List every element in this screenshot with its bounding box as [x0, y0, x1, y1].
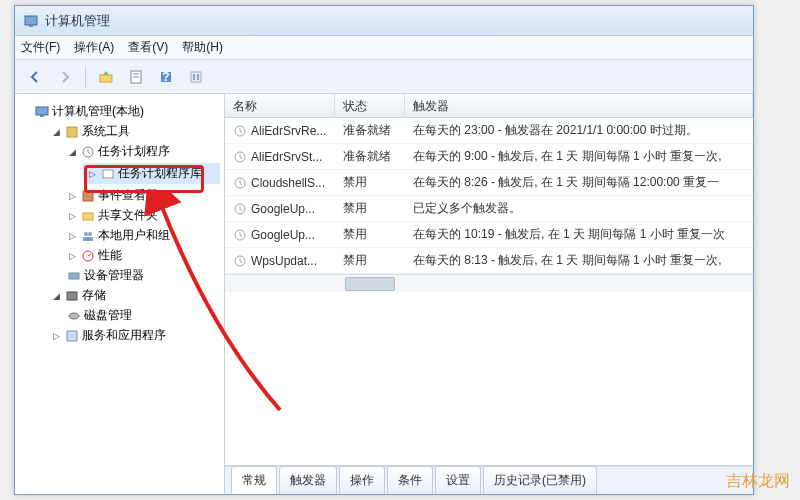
svg-rect-11	[36, 107, 48, 115]
up-folder-button[interactable]	[92, 64, 120, 90]
task-status-cell: 禁用	[335, 200, 405, 217]
tree-root[interactable]: 计算机管理(本地)	[35, 103, 220, 120]
task-name: AliEdrSrvSt...	[251, 150, 322, 164]
svg-point-24	[69, 313, 79, 319]
forward-button[interactable]	[51, 64, 79, 90]
tree-task-scheduler[interactable]: ◢ 任务计划程序	[67, 143, 220, 160]
tree-task-scheduler-label: 任务计划程序	[98, 143, 170, 160]
tree-local-users[interactable]: ▷ 本地用户和组	[67, 227, 220, 244]
svg-text:?: ?	[162, 70, 169, 84]
expand-icon[interactable]: ▷	[67, 210, 78, 221]
main-window: 计算机管理 文件(F) 操作(A) 查看(V) 帮助(H) ? 计算机管理(本地…	[14, 5, 754, 495]
properties-button[interactable]	[122, 64, 150, 90]
tab-general[interactable]: 常规	[231, 466, 277, 494]
svg-rect-23	[67, 292, 77, 300]
device-icon	[67, 269, 81, 283]
tree-disk-management-label: 磁盘管理	[84, 307, 132, 324]
svg-point-18	[84, 232, 88, 236]
toolbar: ?	[15, 60, 753, 94]
tree-performance[interactable]: ▷ 性能	[67, 247, 220, 264]
expand-icon[interactable]: ▷	[87, 168, 98, 179]
task-row[interactable]: CloudshellS...禁用在每天的 8:26 - 触发后, 在 1 天 期…	[225, 170, 753, 196]
col-name[interactable]: 名称	[225, 94, 335, 117]
task-status-cell: 准备就绪	[335, 148, 405, 165]
task-row[interactable]: WpsUpdat...禁用在每天的 8:13 - 触发后, 在 1 天 期间每隔…	[225, 248, 753, 274]
collapse-icon[interactable]: ◢	[51, 126, 62, 137]
task-rows[interactable]: AliEdrSrvRe...准备就绪在每天的 23:00 - 触发器在 2021…	[225, 118, 753, 274]
tree-storage[interactable]: ◢ 存储	[51, 287, 220, 304]
task-name-cell: GoogleUp...	[225, 228, 335, 242]
task-list[interactable]: 名称 状态 触发器 AliEdrSrvRe...准备就绪在每天的 23:00 -…	[225, 94, 753, 466]
library-icon	[101, 167, 115, 181]
svg-rect-10	[197, 74, 199, 80]
horizontal-scrollbar[interactable]	[225, 274, 753, 292]
collapse-icon[interactable]: ◢	[67, 146, 78, 157]
task-trigger-cell: 在每天的 9:00 - 触发后, 在 1 天 期间每隔 1 小时 重复一次,	[405, 148, 753, 165]
tree-task-scheduler-library[interactable]: ▷ 任务计划程序库	[83, 163, 220, 184]
task-trigger-cell: 在每天的 23:00 - 触发器在 2021/1/1 0:00:00 时过期。	[405, 122, 753, 139]
scrollbar-thumb[interactable]	[345, 277, 395, 291]
tab-triggers[interactable]: 触发器	[279, 466, 337, 494]
expand-icon[interactable]: ▷	[51, 330, 62, 341]
tab-conditions[interactable]: 条件	[387, 466, 433, 494]
svg-rect-25	[67, 331, 77, 341]
menu-help[interactable]: 帮助(H)	[182, 39, 223, 56]
menu-action[interactable]: 操作(A)	[74, 39, 114, 56]
menu-file[interactable]: 文件(F)	[21, 39, 60, 56]
clock-icon	[233, 176, 247, 190]
expand-icon[interactable]: ▷	[67, 230, 78, 241]
task-row[interactable]: AliEdrSrvSt...准备就绪在每天的 9:00 - 触发后, 在 1 天…	[225, 144, 753, 170]
storage-icon	[65, 289, 79, 303]
svg-rect-9	[193, 74, 195, 80]
tab-actions[interactable]: 操作	[339, 466, 385, 494]
tree-performance-label: 性能	[98, 247, 122, 264]
menu-view[interactable]: 查看(V)	[128, 39, 168, 56]
svg-rect-8	[191, 72, 201, 82]
task-row[interactable]: AliEdrSrvRe...准备就绪在每天的 23:00 - 触发器在 2021…	[225, 118, 753, 144]
col-triggers[interactable]: 触发器	[405, 94, 753, 117]
tree-pane[interactable]: 计算机管理(本地) ◢ 系统工具	[15, 94, 225, 494]
tree-event-viewer[interactable]: ▷ 事件查看器	[67, 187, 220, 204]
tree-device-manager-label: 设备管理器	[84, 267, 144, 284]
svg-rect-16	[83, 191, 93, 201]
col-status[interactable]: 状态	[335, 94, 405, 117]
svg-rect-13	[67, 127, 77, 137]
task-name-cell: GoogleUp...	[225, 202, 335, 216]
expand-icon[interactable]: ▷	[67, 250, 78, 261]
titlebar[interactable]: 计算机管理	[15, 6, 753, 36]
expand-icon[interactable]: ▷	[67, 190, 78, 201]
back-button[interactable]	[21, 64, 49, 90]
svg-rect-20	[83, 237, 93, 241]
tree-system-tools[interactable]: ◢ 系统工具	[51, 123, 220, 140]
detail-tabs: 常规 触发器 操作 条件 设置 历史记录(已禁用)	[225, 466, 753, 494]
menubar: 文件(F) 操作(A) 查看(V) 帮助(H)	[15, 36, 753, 60]
column-header-row: 名称 状态 触发器	[225, 94, 753, 118]
help-button[interactable]: ?	[152, 64, 180, 90]
clock-icon	[233, 124, 247, 138]
body-split: 计算机管理(本地) ◢ 系统工具	[15, 94, 753, 494]
task-name-cell: AliEdrSrvSt...	[225, 150, 335, 164]
clock-icon	[233, 150, 247, 164]
task-row[interactable]: GoogleUp...禁用已定义多个触发器。	[225, 196, 753, 222]
tree-shared-folders[interactable]: ▷ 共享文件夹	[67, 207, 220, 224]
svg-rect-1	[29, 25, 33, 27]
right-pane: 名称 状态 触发器 AliEdrSrvRe...准备就绪在每天的 23:00 -…	[225, 94, 753, 494]
task-name: CloudshellS...	[251, 176, 325, 190]
tree-device-manager[interactable]: 设备管理器	[67, 267, 220, 284]
task-row[interactable]: GoogleUp...禁用在每天的 10:19 - 触发后, 在 1 天 期间每…	[225, 222, 753, 248]
task-name: WpsUpdat...	[251, 254, 317, 268]
clock-icon	[233, 254, 247, 268]
tree-services-apps[interactable]: ▷ 服务和应用程序	[51, 327, 220, 344]
task-trigger-cell: 已定义多个触发器。	[405, 200, 753, 217]
svg-rect-22	[69, 273, 79, 279]
tree-storage-label: 存储	[82, 287, 106, 304]
tree-disk-management[interactable]: 磁盘管理	[67, 307, 220, 324]
perf-icon	[81, 249, 95, 263]
refresh-button[interactable]	[182, 64, 210, 90]
task-trigger-cell: 在每天的 8:26 - 触发后, 在 1 天 期间每隔 12:00:00 重复一	[405, 174, 753, 191]
collapse-icon[interactable]: ◢	[51, 290, 62, 301]
task-status-cell: 禁用	[335, 174, 405, 191]
window-title: 计算机管理	[45, 12, 110, 30]
tab-settings[interactable]: 设置	[435, 466, 481, 494]
tab-history[interactable]: 历史记录(已禁用)	[483, 466, 597, 494]
